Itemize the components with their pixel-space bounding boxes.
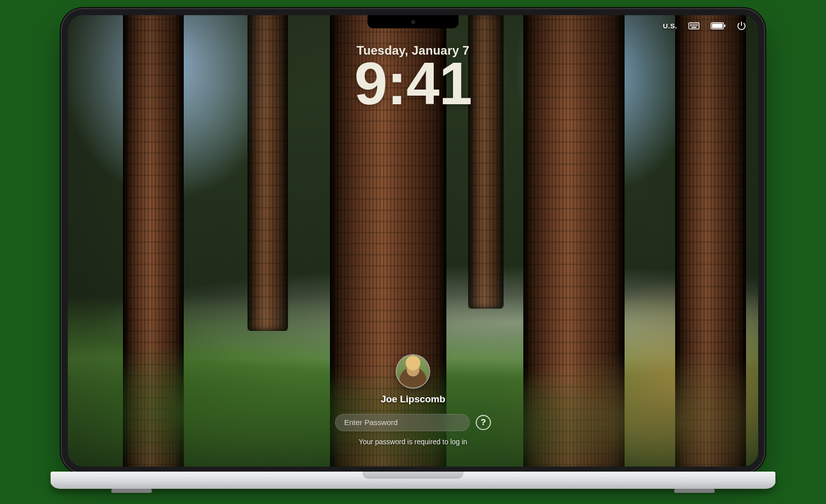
- password-row: ?: [335, 414, 491, 431]
- svg-rect-16: [724, 25, 725, 27]
- svg-rect-5: [696, 24, 697, 25]
- svg-rect-2: [691, 24, 692, 25]
- svg-rect-9: [693, 25, 694, 26]
- svg-rect-12: [697, 25, 698, 26]
- laptop-foot: [674, 489, 715, 493]
- svg-rect-11: [696, 25, 697, 26]
- input-source-indicator[interactable]: U.S.: [663, 22, 677, 30]
- lock-screen-time: 9:41: [68, 54, 758, 113]
- user-avatar[interactable]: [397, 355, 429, 388]
- laptop-deck: [51, 472, 775, 489]
- password-hint-button[interactable]: ?: [476, 415, 491, 430]
- battery-icon[interactable]: [711, 22, 726, 29]
- user-name-label: Joe Lipscomb: [381, 394, 445, 405]
- svg-rect-4: [694, 24, 695, 25]
- svg-rect-7: [690, 25, 691, 26]
- svg-rect-15: [712, 24, 723, 28]
- login-panel: Joe Lipscomb ? Your password is required…: [68, 355, 758, 446]
- laptop-base: [51, 472, 775, 496]
- laptop-lid: U.S.: [61, 8, 765, 474]
- svg-rect-6: [697, 24, 698, 25]
- svg-rect-10: [694, 25, 695, 26]
- password-input[interactable]: [335, 414, 470, 431]
- svg-rect-1: [690, 24, 691, 25]
- clock-area: Tuesday, January 7 9:41: [68, 44, 758, 113]
- laptop-foot: [111, 489, 152, 493]
- lock-screen: U.S.: [68, 15, 758, 467]
- svg-rect-8: [691, 25, 692, 26]
- login-message: Your password is required to log in: [359, 437, 467, 446]
- macbook-frame: U.S.: [51, 8, 775, 496]
- display-notch: [367, 15, 459, 28]
- keyboard-icon[interactable]: [688, 22, 699, 29]
- svg-rect-3: [693, 24, 694, 25]
- svg-rect-13: [691, 27, 696, 28]
- menu-bar: U.S.: [663, 21, 746, 30]
- power-icon[interactable]: [737, 21, 746, 30]
